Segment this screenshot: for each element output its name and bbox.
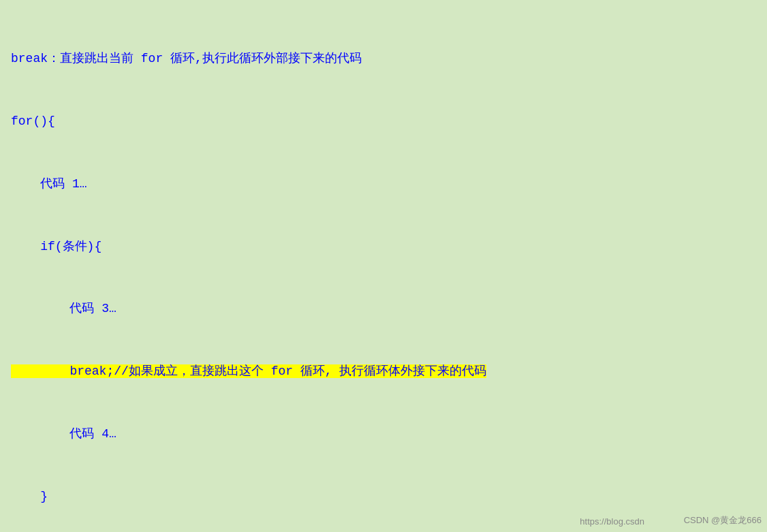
- watermark: CSDN @黄金龙666: [684, 514, 762, 527]
- break-if-open: if(条件){: [11, 236, 756, 257]
- break-line: break;//如果成立，直接跳出这个 for 循环, 执行循环体外接下来的代码: [11, 361, 756, 382]
- break-if-close: }: [11, 486, 756, 507]
- watermark-url: https://blog.csdn: [580, 516, 644, 527]
- break-code3: 代码 3…: [11, 298, 756, 319]
- break-for-open: for(){: [11, 111, 756, 132]
- break-header: break：直接跳出当前 for 循环,执行此循环外部接下来的代码: [11, 48, 756, 69]
- break-highlight: break;//如果成立，直接跳出这个 for 循环, 执行循环体外接下来的代码: [11, 364, 486, 378]
- code-content: break：直接跳出当前 for 循环,执行此循环外部接下来的代码 for(){…: [11, 7, 756, 532]
- break-code1: 代码 1…: [11, 174, 756, 195]
- break-code4: 代码 4…: [11, 424, 756, 445]
